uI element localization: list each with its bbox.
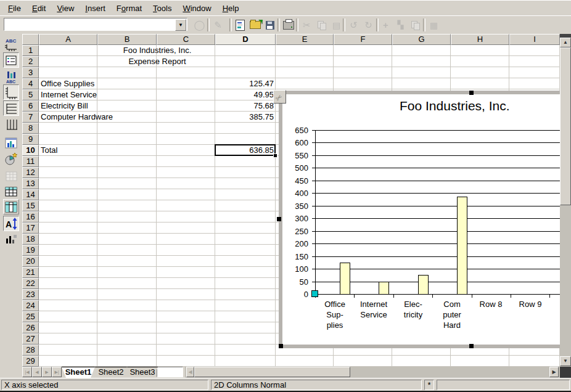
- horizontal-scroll-thumb[interactable]: [194, 367, 350, 377]
- chart-bar-2[interactable]: [379, 282, 389, 295]
- y-axis-label[interactable]: 50: [284, 278, 308, 286]
- row-header-6[interactable]: 6: [22, 100, 39, 112]
- stop-icon[interactable]: ◯: [192, 18, 207, 32]
- column-header-G[interactable]: G: [392, 34, 451, 45]
- row-header-7[interactable]: 7: [22, 112, 39, 123]
- row-header-27[interactable]: 27: [22, 333, 39, 345]
- column-header-F[interactable]: F: [334, 34, 392, 45]
- cell-A5[interactable]: Internet Service: [39, 89, 97, 100]
- combobox-dropdown-icon[interactable]: ▼: [175, 19, 186, 31]
- sheet-tab-sheet3[interactable]: Sheet3: [127, 367, 158, 378]
- chart-canvas[interactable]: Foo Industries, Inc.05010015020025030035…: [282, 94, 564, 345]
- menu-edit[interactable]: Edit: [27, 2, 51, 15]
- row-header-18[interactable]: 18: [22, 234, 39, 245]
- menu-view[interactable]: View: [51, 2, 80, 15]
- column-header-A[interactable]: A: [39, 34, 97, 45]
- navigator-icon[interactable]: +: [379, 18, 393, 32]
- cell-B2[interactable]: Expense Report: [97, 56, 215, 67]
- menu-file[interactable]: File: [2, 2, 27, 15]
- row-header-25[interactable]: 25: [22, 311, 39, 322]
- y-axis-label[interactable]: 350: [284, 202, 308, 210]
- column-header-C[interactable]: C: [157, 34, 215, 45]
- cell-B1[interactable]: Foo Industries, Inc.: [97, 45, 215, 56]
- chart-bar-4[interactable]: [457, 197, 467, 295]
- row-header-14[interactable]: 14: [22, 189, 39, 200]
- cell-D5[interactable]: 49.95: [215, 89, 276, 100]
- row-header-20[interactable]: 20: [22, 256, 39, 267]
- vertical-grid-icon[interactable]: [3, 116, 19, 132]
- horizontal-grid-icon[interactable]: [3, 100, 19, 116]
- gallery-icon[interactable]: ▦: [427, 18, 441, 32]
- edit-file-icon[interactable]: ✎: [211, 18, 225, 32]
- scroll-down-icon[interactable]: ▼: [560, 356, 571, 366]
- scale-text-icon[interactable]: A: [3, 216, 19, 231]
- row-header-26[interactable]: 26: [22, 322, 39, 333]
- x-axis-selection-handle[interactable]: [311, 290, 318, 297]
- cut-icon[interactable]: ✂: [300, 18, 314, 32]
- axes-title-icon[interactable]: ABC: [3, 68, 19, 84]
- chart-bar-3[interactable]: [418, 275, 429, 295]
- y-axis-label[interactable]: 200: [284, 240, 308, 248]
- scroll-up-icon[interactable]: ▲: [560, 38, 571, 47]
- print-icon[interactable]: [281, 18, 295, 32]
- column-header-D[interactable]: D: [215, 34, 276, 45]
- row-header-29[interactable]: 29: [22, 356, 39, 367]
- data-in-rows-icon[interactable]: [3, 184, 19, 199]
- row-header-10[interactable]: 10: [22, 145, 39, 156]
- row-header-24[interactable]: 24: [22, 300, 39, 311]
- autoformat-chart-icon[interactable]: [3, 151, 19, 166]
- save-icon[interactable]: [263, 18, 277, 32]
- cell-D6[interactable]: 75.68: [215, 100, 276, 112]
- redo-icon[interactable]: ↻: [361, 18, 376, 32]
- menu-tools[interactable]: Tools: [147, 2, 177, 15]
- copy-icon[interactable]: [314, 18, 329, 32]
- sheet-tab-sheet1[interactable]: Sheet1: [62, 367, 95, 378]
- horizontal-scrollbar[interactable]: ◀ ▶: [185, 367, 560, 378]
- x-axis-category-label[interactable]: Row 8: [471, 299, 511, 309]
- row-header-13[interactable]: 13: [22, 178, 39, 189]
- axes-onoff-icon[interactable]: [3, 84, 19, 100]
- row-header-12[interactable]: 12: [22, 167, 39, 178]
- y-axis-label[interactable]: 450: [284, 177, 308, 185]
- y-axis-label[interactable]: 400: [284, 189, 308, 197]
- legend-onoff-icon[interactable]: [3, 52, 19, 68]
- y-axis-label[interactable]: 100: [284, 265, 308, 273]
- y-axis-label[interactable]: 500: [284, 164, 308, 172]
- y-axis-label[interactable]: 0: [284, 290, 308, 298]
- active-cell-cursor[interactable]: [215, 144, 276, 156]
- row-header-22[interactable]: 22: [22, 278, 39, 289]
- row-header-23[interactable]: 23: [22, 289, 39, 300]
- scroll-left-icon[interactable]: ◀: [186, 367, 194, 377]
- row-header-19[interactable]: 19: [22, 245, 39, 256]
- paste-icon[interactable]: ▤: [329, 18, 343, 32]
- tab-nav-first-icon[interactable]: |◀: [22, 367, 32, 377]
- x-axis-category-label[interactable]: Com puter Hard: [432, 299, 472, 330]
- row-header-3[interactable]: 3: [22, 67, 39, 78]
- chart-bar-1[interactable]: [340, 263, 350, 295]
- row-header-11[interactable]: 11: [22, 156, 39, 167]
- scroll-right-icon[interactable]: ▶: [549, 367, 559, 377]
- row-header-4[interactable]: 4: [22, 78, 39, 89]
- column-header-I[interactable]: I: [509, 34, 560, 45]
- chart-selection-handle[interactable]: [469, 344, 474, 348]
- y-axis-label[interactable]: 550: [284, 152, 308, 160]
- row-header-15[interactable]: 15: [22, 200, 39, 211]
- menu-insert[interactable]: Insert: [80, 2, 111, 15]
- menu-window[interactable]: Window: [177, 2, 216, 15]
- vertical-scrollbar[interactable]: ▲ ▼: [560, 34, 571, 367]
- column-header-B[interactable]: B: [97, 34, 157, 45]
- row-header-21[interactable]: 21: [22, 267, 39, 278]
- insert-object-icon[interactable]: [408, 18, 422, 32]
- y-axis-label[interactable]: 150: [284, 253, 308, 261]
- row-header-9[interactable]: 9: [22, 134, 39, 145]
- url-combobox[interactable]: ▼: [4, 18, 187, 31]
- open-icon[interactable]: [248, 18, 262, 32]
- column-header-E[interactable]: E: [276, 34, 334, 45]
- x-axis-category-label[interactable]: Row 9: [511, 299, 550, 309]
- row-header-17[interactable]: 17: [22, 223, 39, 234]
- x-axis-category-label[interactable]: Internet Service: [354, 299, 393, 320]
- embedded-chart-object[interactable]: Foo Industries, Inc.05010015020025030035…: [279, 91, 564, 348]
- y-axis-label[interactable]: 300: [284, 214, 308, 223]
- cell-D4[interactable]: 125.47: [215, 78, 276, 89]
- y-axis-label[interactable]: 650: [284, 126, 308, 134]
